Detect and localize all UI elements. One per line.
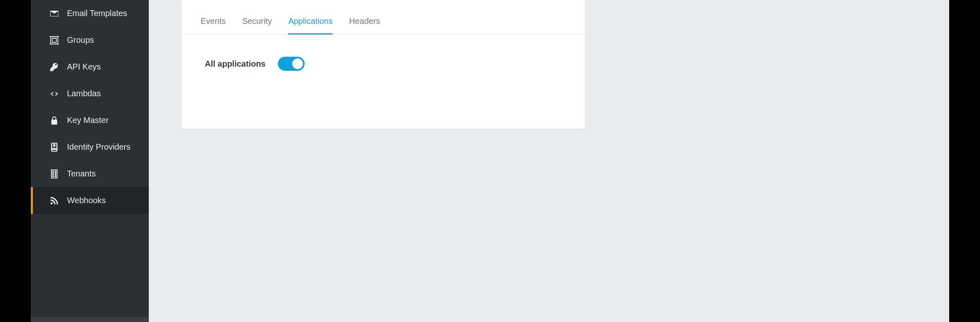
sidebar-item-label: Key Master [67,116,109,125]
sidebar-divider [31,317,149,322]
svg-rect-11 [55,171,56,172]
svg-rect-15 [51,170,57,178]
sidebar-item-label: Email Templates [67,9,127,18]
group-icon [49,35,60,46]
id-badge-icon [49,142,60,153]
svg-point-2 [50,43,51,45]
svg-rect-13 [55,174,56,175]
svg-rect-6 [53,143,55,144]
sidebar-item-key-master[interactable]: Key Master [31,107,149,134]
svg-rect-9 [53,174,53,175]
sidebar-item-label: Webhooks [67,196,106,205]
tab-headers[interactable]: Headers [349,16,380,35]
toggle-knob [292,58,303,69]
sidebar-item-label: Groups [67,35,94,45]
svg-rect-7 [53,171,53,172]
key-icon [49,62,60,72]
svg-point-1 [57,36,59,37]
sidebar-item-groups[interactable]: Groups [31,27,149,53]
main-content: Events Security Applications Headers All… [149,0,949,322]
svg-rect-8 [53,173,53,174]
all-applications-toggle[interactable] [278,57,305,71]
sidebar-item-label: Tenants [67,169,96,178]
applications-panel: All applications [182,35,585,93]
building-icon [49,169,60,179]
all-applications-label: All applications [203,59,266,69]
all-applications-row: All applications [203,57,564,71]
lock-icon [49,115,60,126]
sidebar: Email Templates Groups API Keys Lambdas … [31,0,149,322]
tab-bar: Events Security Applications Headers [182,0,585,35]
sidebar-item-label: Lambdas [67,89,101,98]
code-icon [49,88,60,99]
svg-rect-14 [55,176,56,177]
tab-applications[interactable]: Applications [288,16,333,35]
sidebar-item-label: Identity Providers [67,142,131,152]
svg-point-16 [51,202,53,204]
sidebar-item-lambdas[interactable]: Lambdas [31,80,149,107]
sidebar-item-email-templates[interactable]: Email Templates [31,0,149,27]
tab-events[interactable]: Events [201,16,226,35]
sidebar-item-tenants[interactable]: Tenants [31,160,149,187]
sidebar-item-api-keys[interactable]: API Keys [31,53,149,80]
sidebar-item-identity-providers[interactable]: Identity Providers [31,134,149,160]
tab-security[interactable]: Security [242,16,272,35]
sidebar-item-label: API Keys [67,62,101,72]
svg-rect-12 [55,173,56,174]
rss-icon [49,195,60,206]
svg-point-3 [57,43,59,45]
svg-rect-10 [53,176,53,177]
svg-point-0 [50,36,51,37]
svg-point-4 [53,145,55,146]
sidebar-item-webhooks[interactable]: Webhooks [31,187,149,214]
webhook-card: Events Security Applications Headers All… [182,0,585,129]
envelope-icon [49,8,60,19]
